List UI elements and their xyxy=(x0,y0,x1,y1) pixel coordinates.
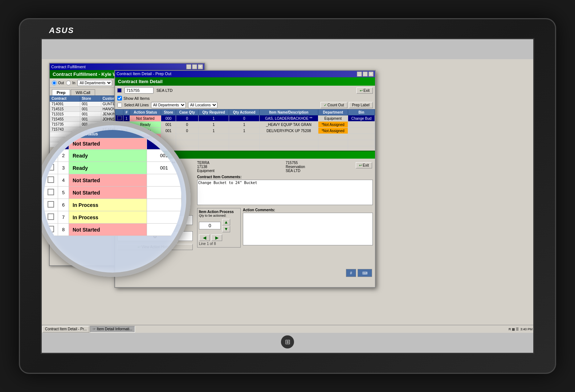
cid-table-row[interactable]: 1 Not Started 000 0 1 0 GAS, LOADER/BACK… xyxy=(115,115,375,122)
comments-textarea[interactable]: Change Bucket to 24" Bucket xyxy=(197,180,373,205)
prev-btn[interactable]: ◀ xyxy=(199,234,210,241)
cid-cell-item xyxy=(260,134,318,140)
magnifier-row[interactable]: ✓ 1 Not Started 000 xyxy=(44,138,182,150)
magnifier-row[interactable]: 5 Not Started xyxy=(44,187,182,199)
mag-cell-check[interactable] xyxy=(44,162,58,174)
cid-cell-item: DELIVERY/PICK UP 75208 xyxy=(260,128,318,134)
magnifier-row[interactable]: 8 Not Started xyxy=(44,224,182,236)
keyboard-btn[interactable]: ⌨ xyxy=(358,269,372,277)
qty-spinner: ▲ ▼ xyxy=(199,219,239,232)
mag-cell-store xyxy=(147,174,181,187)
cid-cell-qtyreq: 1 xyxy=(198,115,229,122)
show-all-checkbox[interactable] xyxy=(117,96,122,101)
cid-col-status: Action Status xyxy=(130,110,161,115)
cid-cell-store: 001 xyxy=(161,122,176,128)
cid-col-qtyreq: Qty Required xyxy=(198,110,229,115)
cid-contract-input[interactable] xyxy=(125,87,154,94)
cf-cell-store: 001 xyxy=(80,102,101,107)
mag-cell-status: In Process xyxy=(69,199,147,211)
cid-toolbar: SEA LTD ↩ Exit xyxy=(115,86,375,95)
mag-cell-check[interactable] xyxy=(44,199,58,211)
mag-cell-check[interactable] xyxy=(44,187,58,199)
cf-tab-prep[interactable]: Prep xyxy=(52,89,70,95)
magnifier-row[interactable]: 7 In Process xyxy=(44,211,182,224)
cf-cell-contract: 715455 xyxy=(50,117,80,122)
mag-cell-store xyxy=(147,211,181,224)
mag-cell-store xyxy=(147,224,181,236)
cf-radio-out[interactable]: Out xyxy=(52,81,64,85)
cf-col-contract: Contract xyxy=(50,96,80,102)
magnifier-row[interactable]: 6 In Process xyxy=(44,199,182,211)
cid-exit-btn[interactable]: ↩ Exit xyxy=(356,87,373,94)
cf-close-btn[interactable]: ✕ xyxy=(198,64,203,69)
cf-tab-willcall[interactable]: Will-Call xyxy=(71,89,95,95)
cid-col-dept: Department xyxy=(318,110,348,115)
count-out-btn[interactable]: ✓ Count Out xyxy=(321,102,347,108)
windows-home-button[interactable]: ⊞ xyxy=(281,335,294,348)
mag-cell-status: Not Started xyxy=(69,174,147,187)
cid-cell-qtyact: 1 xyxy=(229,122,260,128)
cf-minimize-btn[interactable]: _ xyxy=(186,64,191,69)
cid-cell-caseqty xyxy=(176,134,198,140)
cid-close-btn[interactable]: ✕ xyxy=(368,72,374,77)
mag-cell-status: Not Started xyxy=(69,138,147,150)
cf-out-radio[interactable] xyxy=(52,81,57,85)
cf-col-store: Store xyxy=(80,96,101,102)
prep-label-btn[interactable]: Prep Label xyxy=(349,102,373,108)
cf-dept-select[interactable]: All Departments xyxy=(77,80,112,86)
mag-cell-check[interactable] xyxy=(44,150,58,162)
qty-up-btn[interactable]: ▲ xyxy=(222,219,230,225)
cf-in-label: In xyxy=(72,81,75,85)
asus-logo: ASUS xyxy=(49,26,74,35)
cid-col-check xyxy=(115,110,123,115)
cid-table-row[interactable]: 2 Ready 001 0 1 1 _HEAVY EQUIP TAX GRAN … xyxy=(115,122,375,128)
action-comments-label: Action Comments: xyxy=(243,208,373,212)
cid-cell-caseqty: 0 xyxy=(176,128,198,134)
cf-maximize-btn[interactable]: □ xyxy=(192,64,197,69)
cid-cell-bin xyxy=(348,140,375,146)
mag-cell-check[interactable] xyxy=(44,174,58,187)
mag-cell-status: Ready xyxy=(69,150,147,162)
item-exit-btn-container: ↩ Exit xyxy=(356,162,372,168)
item-info-grid: TERRA 17138 Equipment 715755 Reservation… xyxy=(197,161,373,173)
cf-cell-store: 001 xyxy=(80,112,101,117)
cf-cell-contract: 713315 xyxy=(50,112,80,117)
mag-cell-status: Not Started xyxy=(69,224,147,236)
magnifier-row[interactable]: 3 Ready 001 xyxy=(44,162,182,174)
mag-cell-store: 001 xyxy=(147,162,181,174)
mag-cell-check[interactable] xyxy=(44,211,58,224)
cid-title-bar: Contract Item Detail - Prep Out _ □ ✕ xyxy=(115,71,375,77)
item-exit-btn[interactable]: ↩ Exit xyxy=(356,162,372,168)
next-btn[interactable]: ▶ xyxy=(211,234,222,241)
action-process-section: Item Action Process Qty to be actioned: … xyxy=(197,208,241,248)
cid-loc-select[interactable]: All Locations xyxy=(188,102,217,108)
cid-cell-caseqty: 0 xyxy=(176,122,198,128)
cid-header-row: # Action Status Store Case Qty Qty Requi… xyxy=(115,110,375,115)
cf-radio-in[interactable]: In xyxy=(66,81,75,85)
calc-btn[interactable]: # xyxy=(346,269,356,277)
cid-cell-store: 001 xyxy=(161,128,176,134)
cf-in-radio[interactable] xyxy=(66,81,71,85)
cid-maximize-btn[interactable]: □ xyxy=(363,72,368,77)
show-all-label: Show All Items xyxy=(123,96,150,101)
magnifier-row[interactable]: 2 Ready 001 xyxy=(44,150,182,162)
taskbar-icons: R ▦ ☰ xyxy=(509,327,519,331)
cid-cell-check[interactable] xyxy=(115,115,123,122)
select-all-checkbox[interactable] xyxy=(117,103,122,107)
cid-dept-select[interactable]: All Departments xyxy=(151,102,186,108)
action-comments-textarea[interactable] xyxy=(243,213,373,245)
cf-out-label: Out xyxy=(58,81,64,85)
cid-cell-caseqty: 0 xyxy=(176,115,198,122)
taskbar-detail-item[interactable]: ☞ Item Detail Informati... xyxy=(90,326,135,332)
magnifier-row[interactable]: 4 Not Started xyxy=(44,174,182,187)
mag-cell-check[interactable] xyxy=(44,224,58,236)
cid-select-checkbox[interactable] xyxy=(117,88,122,93)
cid-cell-store: 000 xyxy=(161,115,176,122)
taskbar-cf-item[interactable]: Contract Item Detail - Pr... xyxy=(42,326,89,332)
cid-cell-qtyact: 1 xyxy=(229,128,260,134)
cf-cell-store: 001 xyxy=(80,107,101,112)
qty-to-action-input[interactable] xyxy=(199,222,221,229)
qty-down-btn[interactable]: ▼ xyxy=(222,226,230,232)
cid-minimize-btn[interactable]: _ xyxy=(357,72,362,77)
cid-cell-item: GAS, LOADER/BACKHOE ** xyxy=(260,115,318,122)
